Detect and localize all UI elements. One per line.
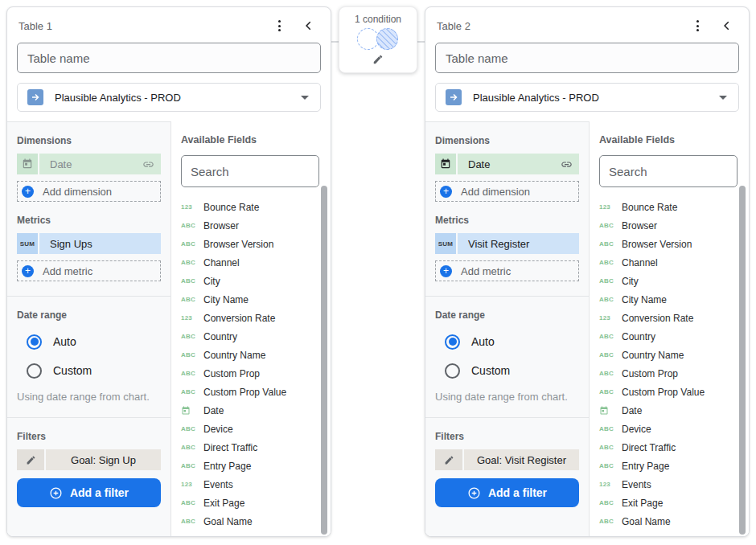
metric-chip[interactable]: SUM Sign Ups (17, 233, 161, 254)
field-type-icon: ABC (181, 259, 203, 266)
field-type-icon: ABC (181, 518, 203, 525)
field-row[interactable]: ABC City Name (181, 290, 331, 309)
field-type-icon: 123 (181, 481, 203, 488)
table-name-input[interactable] (435, 43, 739, 73)
field-row[interactable]: ABC Direct Traffic (599, 438, 749, 457)
plus-icon: + (22, 265, 34, 277)
divider (425, 296, 589, 297)
field-row[interactable]: ABC City Name (599, 290, 749, 309)
search-input[interactable] (181, 155, 319, 187)
field-row[interactable]: ABC Hostname (181, 531, 331, 537)
collapse-panel-icon[interactable] (303, 20, 314, 31)
field-row[interactable]: ABC Direct Traffic (181, 438, 331, 457)
date-range-heading: Date range (435, 309, 579, 321)
data-source-selector[interactable]: Plausible Analytics - PROD (435, 83, 739, 112)
field-row[interactable]: ABC Custom Prop Value (599, 383, 749, 401)
field-row[interactable]: 123 Bounce Rate (599, 198, 749, 216)
field-row[interactable]: ABC Channel (599, 253, 749, 272)
edit-join-pencil-icon[interactable] (372, 54, 384, 65)
field-list-scrollbar[interactable] (321, 186, 327, 535)
field-row[interactable]: Date (599, 401, 749, 420)
dimension-chip-date[interactable]: Date (435, 154, 579, 174)
table-name-input[interactable] (17, 43, 321, 73)
add-filter-button[interactable]: Add a filter (435, 478, 579, 507)
radio-icon (445, 363, 460, 379)
field-row[interactable]: 123 Conversion Rate (181, 309, 331, 327)
metric-chip-label: Visit Register (468, 238, 529, 250)
radio-custom[interactable]: Custom (445, 363, 579, 379)
more-options-icon[interactable] (692, 17, 704, 35)
join-condition-label: 1 condition (339, 14, 417, 25)
field-row[interactable]: ABC Goal Name (181, 512, 331, 531)
field-row[interactable]: ABC Browser Version (599, 235, 749, 253)
table-2-available-fields: Available Fields 123 Bounce Rate ABC (590, 121, 749, 537)
radio-auto[interactable]: Auto (27, 334, 161, 350)
add-metric-button[interactable]: + Add metric (17, 260, 161, 281)
metrics-heading: Metrics (17, 215, 161, 226)
available-fields-heading: Available Fields (181, 134, 331, 145)
field-list-scrollbar[interactable] (739, 186, 746, 535)
field-row[interactable]: ABC Channel (181, 253, 331, 272)
link-icon (561, 158, 573, 170)
radio-custom[interactable]: Custom (27, 363, 161, 379)
field-row[interactable]: ABC Entry Page (599, 457, 749, 475)
search-input[interactable] (599, 155, 738, 187)
field-row[interactable]: ABC Exit Page (599, 494, 749, 512)
field-row[interactable]: ABC Entry Page (181, 457, 331, 475)
field-row[interactable]: ABC Country Name (599, 346, 749, 364)
field-row[interactable]: 123 Events (181, 475, 331, 494)
field-row[interactable]: ABC Exit Page (181, 494, 331, 512)
field-type-icon: ABC (181, 388, 203, 395)
field-row[interactable]: ABC Device (599, 420, 749, 438)
table-1-header: Table 1 Plausible Analytics - PROD (7, 7, 331, 121)
field-row[interactable]: ABC Hostname (599, 531, 749, 537)
field-row[interactable]: ABC Country Name (181, 346, 331, 364)
field-row[interactable]: ABC Device (181, 420, 331, 438)
field-row[interactable]: 123 Events (599, 475, 749, 494)
field-row[interactable]: ABC City (599, 272, 749, 290)
table-2-panel: Table 2 Plausible Analytics - PROD Dimen… (425, 6, 750, 537)
field-row[interactable]: ABC Country (181, 327, 331, 346)
field-type-icon: 123 (599, 481, 622, 488)
field-row[interactable]: ABC Goal Name (599, 512, 749, 531)
dimension-chip-date[interactable]: Date (17, 154, 161, 174)
join-venn-icon (339, 28, 417, 52)
add-metric-button[interactable]: + Add metric (435, 260, 579, 281)
metric-chip[interactable]: SUM Visit Register (435, 233, 579, 254)
field-type-icon: ABC (181, 444, 203, 451)
field-row[interactable]: ABC Custom Prop Value (181, 383, 331, 401)
table-title: Table 1 (18, 20, 52, 32)
field-row[interactable]: ABC Browser (181, 216, 331, 235)
field-row[interactable]: Date (181, 401, 331, 420)
dimension-chip-label: Date (50, 158, 72, 170)
add-filter-button[interactable]: Add a filter (17, 478, 161, 507)
collapse-panel-icon[interactable] (721, 20, 733, 31)
filter-chip-label: Goal: Visit Register (464, 449, 579, 470)
field-row[interactable]: ABC Browser Version (181, 235, 331, 253)
filter-chip[interactable]: Goal: Sign Up (17, 449, 161, 470)
field-row[interactable]: ABC City (181, 272, 331, 290)
field-row[interactable]: ABC Country (599, 327, 749, 346)
filter-chip[interactable]: Goal: Visit Register (435, 449, 579, 470)
field-row[interactable]: ABC Custom Prop (599, 364, 749, 383)
more-options-icon[interactable] (273, 17, 286, 35)
field-type-icon: ABC (599, 333, 622, 340)
field-type-icon: 123 (181, 314, 203, 322)
field-type-icon: ABC (599, 277, 622, 285)
metric-chip-label: Sign Ups (50, 238, 92, 250)
field-row[interactable]: 123 Conversion Rate (599, 309, 749, 327)
field-row[interactable]: ABC Custom Prop (181, 364, 331, 383)
add-dimension-button[interactable]: + Add dimension (435, 181, 579, 202)
radio-auto[interactable]: Auto (445, 334, 579, 350)
field-type-icon: 123 (599, 314, 622, 322)
join-configuration-card[interactable]: 1 condition (339, 6, 417, 73)
radio-icon (27, 363, 42, 379)
field-type-icon: ABC (599, 444, 622, 451)
divider (7, 417, 171, 418)
add-dimension-button[interactable]: + Add dimension (17, 181, 161, 202)
dimension-chip-label: Date (468, 158, 490, 170)
data-source-selector[interactable]: Plausible Analytics - PROD (17, 83, 321, 112)
field-row[interactable]: 123 Bounce Rate (181, 198, 331, 216)
field-row[interactable]: ABC Browser (599, 216, 749, 235)
field-type-icon: ABC (181, 240, 203, 248)
